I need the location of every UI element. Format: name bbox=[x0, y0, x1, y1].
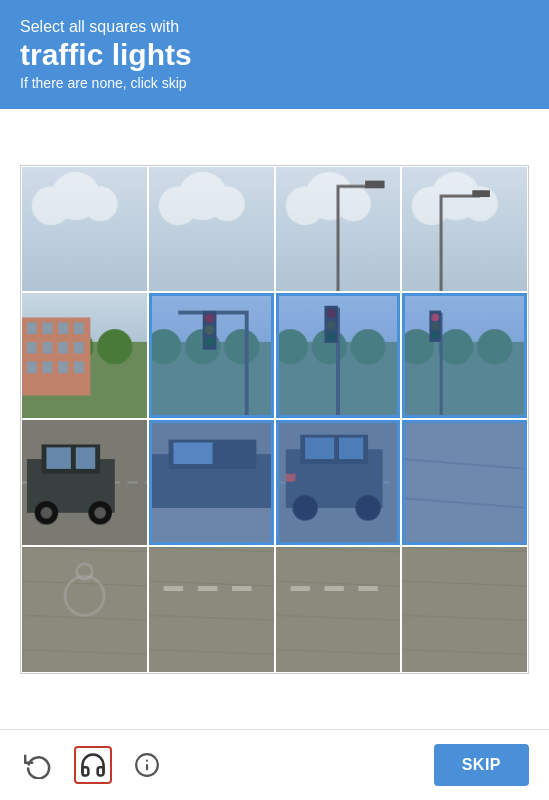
cell-image bbox=[276, 167, 401, 292]
cell-image bbox=[22, 167, 147, 292]
cell-image bbox=[402, 293, 527, 418]
footer-bar: SKIP bbox=[0, 729, 549, 800]
grid-wrapper bbox=[0, 109, 549, 729]
grid-cell[interactable] bbox=[21, 546, 148, 673]
grid-cell[interactable] bbox=[275, 546, 402, 673]
cell-image bbox=[22, 293, 147, 418]
cell-image bbox=[149, 293, 274, 418]
cell-image bbox=[22, 420, 147, 545]
grid-cell[interactable] bbox=[148, 546, 275, 673]
grid-cell[interactable] bbox=[21, 419, 148, 546]
grid-cell[interactable] bbox=[401, 166, 528, 293]
refresh-button[interactable] bbox=[20, 747, 56, 783]
grid-cell[interactable] bbox=[148, 292, 275, 419]
captcha-grid bbox=[20, 165, 529, 674]
grid-cell[interactable] bbox=[21, 292, 148, 419]
cell-image bbox=[22, 547, 147, 672]
cell-image bbox=[402, 547, 527, 672]
cell-image bbox=[276, 547, 401, 672]
grid-cell[interactable] bbox=[401, 546, 528, 673]
grid-cell[interactable] bbox=[275, 419, 402, 546]
select-prefix-text: Select all squares with bbox=[20, 18, 529, 36]
grid-cell[interactable] bbox=[275, 166, 402, 293]
skip-button[interactable]: SKIP bbox=[434, 744, 529, 786]
cell-image bbox=[149, 420, 274, 545]
grid-cell[interactable] bbox=[401, 419, 528, 546]
cell-image bbox=[149, 167, 274, 292]
grid-cell[interactable] bbox=[401, 292, 528, 419]
cell-image bbox=[402, 167, 527, 292]
info-icon bbox=[134, 752, 160, 778]
cell-image bbox=[276, 420, 401, 545]
audio-challenge-button[interactable] bbox=[74, 746, 112, 784]
headphone-icon bbox=[79, 751, 107, 779]
cell-image bbox=[149, 547, 274, 672]
grid-cell[interactable] bbox=[21, 166, 148, 293]
info-button[interactable] bbox=[130, 748, 164, 782]
captcha-header: Select all squares with traffic lights I… bbox=[0, 0, 549, 109]
grid-cell[interactable] bbox=[148, 166, 275, 293]
cell-image bbox=[402, 420, 527, 545]
captcha-hint: If there are none, click skip bbox=[20, 75, 529, 91]
grid-cell[interactable] bbox=[275, 292, 402, 419]
captcha-subject: traffic lights bbox=[20, 38, 529, 71]
cell-image bbox=[276, 293, 401, 418]
grid-cell[interactable] bbox=[148, 419, 275, 546]
refresh-icon bbox=[24, 751, 52, 779]
